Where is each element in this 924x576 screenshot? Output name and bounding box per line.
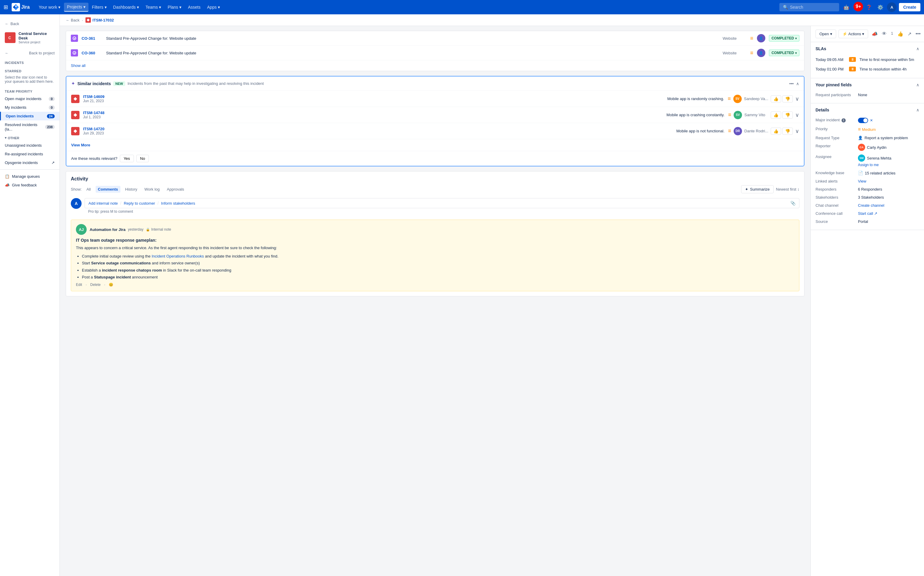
user-avatar[interactable]: A: [887, 2, 897, 12]
sla-row: Today 01:00 PM ⏸ Time to resolution with…: [815, 64, 919, 74]
thumbs-up-button[interactable]: 👍: [771, 112, 781, 118]
delete-note-link[interactable]: Delete: [90, 283, 101, 287]
sla-pause-icon-2[interactable]: ⏸: [849, 67, 856, 71]
assistant-icon[interactable]: 🤖: [842, 2, 851, 12]
sidebar-item-opsgenie[interactable]: Opsgenie incidents ↗: [0, 158, 59, 167]
incident-key[interactable]: ITSM-14720: [83, 127, 673, 131]
assign-to-me-link[interactable]: Assign to me: [858, 163, 879, 167]
collapse-pinned-icon[interactable]: ∧: [916, 82, 919, 87]
thumbs-up-icon[interactable]: 👍: [896, 30, 905, 38]
no-button[interactable]: No: [136, 155, 149, 162]
emoji-reaction[interactable]: 😊: [109, 283, 113, 287]
nav-assets[interactable]: Assets: [185, 3, 203, 12]
notifications-icon[interactable]: 🔔 9+: [853, 2, 862, 12]
grid-icon[interactable]: ⊞: [3, 4, 8, 10]
sort-button[interactable]: Newest first ↕: [776, 187, 799, 192]
help-icon[interactable]: ❓: [864, 2, 874, 12]
more-options-icon[interactable]: •••: [914, 30, 922, 38]
add-internal-note-link[interactable]: Add internal note: [88, 201, 118, 206]
issue-key[interactable]: ITSM-17032: [93, 18, 114, 22]
thumbs-up-button[interactable]: 👍: [771, 128, 781, 135]
thumbs-up-button[interactable]: 👍: [771, 95, 781, 102]
expand-icon[interactable]: ∨: [795, 96, 799, 102]
nav-your-work[interactable]: Your work ▾: [35, 3, 63, 12]
search-box[interactable]: 🔍: [779, 3, 839, 11]
status-badge[interactable]: COMPLETED ▾: [769, 35, 799, 42]
sidebar-item-unassigned[interactable]: Unassigned incidents: [0, 141, 59, 150]
sidebar-item-open-major[interactable]: Open major incidents 0: [0, 94, 59, 103]
sidebar-manage-queues[interactable]: 📋 Manage queues: [0, 172, 59, 181]
details-title: Details: [815, 107, 829, 112]
incident-title: Mobile app is not functional.: [676, 129, 724, 133]
nav-filters[interactable]: Filters ▾: [89, 3, 110, 12]
collapse-slas-icon[interactable]: ∧: [916, 46, 919, 51]
thumbs-down-button[interactable]: 👎: [782, 95, 793, 102]
change-key-co361[interactable]: CO-361: [82, 36, 102, 41]
sla-pause-icon-1[interactable]: ⏸: [849, 57, 856, 62]
chevron-down-icon: ▾: [830, 32, 832, 36]
edit-note-link[interactable]: Edit: [76, 283, 82, 287]
jira-logo[interactable]: Jira: [12, 3, 30, 11]
show-all-link[interactable]: Show all: [66, 60, 804, 71]
search-input[interactable]: [790, 5, 836, 10]
sidebar-item-open-incidents[interactable]: Open incidents 24: [0, 112, 59, 120]
incident-key[interactable]: ITSM-14748: [83, 110, 663, 115]
expand-icon[interactable]: ∨: [795, 128, 799, 134]
actions-button[interactable]: ⚡ Actions ▾: [839, 30, 868, 38]
comment-actions: Add internal note / Reply to customer / …: [85, 198, 799, 215]
nav-dashboards[interactable]: Dashboards ▾: [110, 3, 142, 12]
create-channel-link[interactable]: Create channel: [858, 203, 884, 208]
summarize-button[interactable]: ✦ Summarize: [741, 185, 774, 193]
major-incident-toggle[interactable]: [858, 118, 868, 123]
detail-value-priority[interactable]: Medium: [858, 127, 919, 132]
activity-section: Activity Show: All Comments History Work…: [66, 171, 804, 296]
filter-worklog[interactable]: Work log: [142, 186, 162, 193]
collapse-icon[interactable]: ∧: [796, 81, 799, 86]
sidebar-item-reassigned[interactable]: Re-assigned incidents: [0, 150, 59, 158]
table-row: CO-361 Standard Pre-Approved Change for:…: [66, 31, 804, 46]
collapse-details-icon[interactable]: ∧: [916, 107, 919, 112]
sidebar-back-button[interactable]: ← Back: [0, 19, 59, 29]
sidebar-give-feedback[interactable]: 📣 Give feedback: [0, 181, 59, 189]
filter-approvals[interactable]: Approvals: [164, 186, 186, 193]
create-button[interactable]: Create: [899, 3, 921, 11]
incident-key[interactable]: ITSM-14609: [83, 94, 664, 99]
reply-to-customer-link[interactable]: Reply to customer: [124, 201, 155, 206]
nav-projects[interactable]: Projects ▾: [64, 3, 88, 12]
sidebar-back-to-project[interactable]: ← Back to project: [0, 49, 59, 58]
sidebar-other-label[interactable]: ▾ OTHER: [0, 134, 59, 141]
detail-label: Chat channel: [815, 203, 854, 208]
filter-comments[interactable]: Comments: [96, 186, 120, 193]
attach-icon[interactable]: 📎: [790, 201, 796, 206]
thumbs-down-button[interactable]: 👎: [782, 112, 793, 118]
expand-icon[interactable]: ∨: [795, 112, 799, 118]
thumbs-down-button[interactable]: 👎: [782, 128, 793, 135]
yes-button[interactable]: Yes: [120, 155, 134, 162]
change-key-co360[interactable]: CO-360: [82, 51, 102, 55]
start-call-link[interactable]: Start call ↗: [858, 211, 878, 216]
runbooks-link[interactable]: Incident Operations Runbooks: [152, 254, 204, 258]
detail-value-request-type: 👤 Report a system problem: [858, 136, 919, 140]
share-icon[interactable]: ↗: [906, 30, 913, 38]
detail-row-linked-alerts: Linked alerts View: [815, 177, 919, 185]
linked-alerts-link[interactable]: View: [858, 179, 866, 184]
more-options-icon[interactable]: •••: [789, 81, 794, 86]
status-badge[interactable]: COMPLETED ▾: [769, 50, 799, 56]
view-more-link[interactable]: View More: [71, 143, 90, 147]
watch-icon[interactable]: 👁: [881, 30, 888, 38]
filter-all[interactable]: All: [84, 186, 93, 193]
megaphone-icon[interactable]: 📣: [871, 30, 879, 38]
info-icon[interactable]: i: [842, 118, 846, 123]
breadcrumb-back[interactable]: ← Back: [66, 18, 80, 22]
filter-history[interactable]: History: [123, 186, 139, 193]
open-button[interactable]: Open ▾: [815, 30, 836, 38]
table-row: CO-360 Standard Pre-Approved Change for:…: [66, 46, 804, 60]
note-author-avatar: AJ: [76, 224, 86, 235]
nav-teams[interactable]: Teams ▾: [143, 3, 164, 12]
nav-apps[interactable]: Apps ▾: [204, 3, 223, 12]
sidebar-item-my-incidents[interactable]: My incidents 0: [0, 103, 59, 112]
settings-icon[interactable]: ⚙️: [876, 2, 885, 12]
sidebar-item-resolved-incidents[interactable]: Resolved incidents (la... 238: [0, 120, 59, 134]
inform-stakeholders-link[interactable]: Inform stakeholders: [161, 201, 195, 206]
nav-plans[interactable]: Plans ▾: [165, 3, 184, 12]
